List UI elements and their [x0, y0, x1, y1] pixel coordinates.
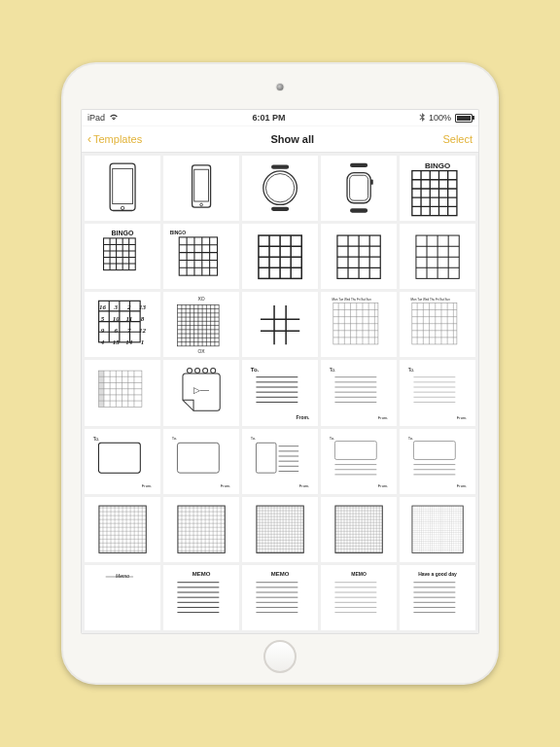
- svg-rect-8: [347, 173, 370, 203]
- svg-rect-30: [256, 443, 276, 473]
- wifi-icon: [109, 113, 119, 123]
- puzzle-cell: 3: [109, 302, 122, 313]
- template-number-puzzle[interactable]: 16321351011896712415141: [85, 292, 160, 357]
- template-card-medium[interactable]: To. From.: [163, 429, 239, 494]
- navigation-bar: ‹ Templates Show all Select: [82, 126, 478, 153]
- svg-point-5: [200, 203, 203, 206]
- template-tictactoe[interactable]: [242, 292, 318, 357]
- to-label-7: To.: [330, 436, 334, 441]
- page-title: Show all: [270, 133, 314, 145]
- puzzle-cell: 11: [122, 313, 136, 325]
- bingo-title-3: BINGO: [170, 230, 186, 235]
- puzzle-cell: 16: [96, 302, 110, 313]
- bingo-title: BINGO: [404, 161, 472, 170]
- svg-point-6: [263, 171, 298, 205]
- svg-rect-13: [179, 237, 217, 275]
- svg-rect-4: [194, 170, 209, 202]
- puzzle-cell: 10: [109, 313, 122, 325]
- puzzle-cell: 6: [109, 325, 122, 337]
- template-graph-paper-1[interactable]: [85, 497, 160, 562]
- to-label-6: To.: [251, 436, 256, 441]
- template-letter-light[interactable]: To. From.: [400, 360, 475, 425]
- home-button[interactable]: [263, 640, 297, 673]
- template-memo-medium[interactable]: MEMO: [242, 565, 318, 630]
- template-card-bold[interactable]: To. From.: [85, 429, 160, 494]
- template-card-lines-2[interactable]: To. From.: [400, 429, 475, 494]
- template-letter-medium[interactable]: To. From.: [321, 360, 397, 425]
- bluetooth-icon: [419, 113, 425, 124]
- template-grid-4x4-thin[interactable]: [400, 224, 475, 289]
- template-apple-watch[interactable]: [321, 156, 397, 221]
- status-device-label: iPad: [88, 113, 105, 123]
- to-label-2: To.: [330, 367, 336, 373]
- to-label: To.: [251, 367, 260, 373]
- to-label-8: To.: [408, 436, 413, 441]
- back-button[interactable]: ‹ Templates: [88, 133, 142, 145]
- puzzle-cell: 2: [122, 302, 136, 313]
- puzzle-cell: 5: [96, 313, 110, 325]
- to-label-5: To.: [172, 436, 177, 441]
- device-camera: [277, 84, 284, 90]
- svg-rect-12: [103, 238, 135, 270]
- memo-title-4: MEMO: [326, 571, 393, 577]
- template-ipad-small[interactable]: [163, 156, 239, 221]
- battery-percent: 100%: [429, 113, 451, 123]
- template-graph-paper-fine[interactable]: [400, 497, 475, 562]
- template-bingo-topleft[interactable]: BINGO: [163, 224, 239, 289]
- svg-rect-28: [98, 443, 140, 473]
- template-memo-bold[interactable]: MEMO: [163, 565, 239, 630]
- memo-title-1: Memo: [89, 573, 157, 579]
- svg-point-25: [203, 368, 208, 373]
- from-label-2: From.: [378, 415, 388, 420]
- template-round-watch[interactable]: [242, 156, 318, 221]
- puzzle-cell: 7: [122, 325, 136, 337]
- from-label-7: From.: [378, 483, 388, 488]
- template-week-planner-3[interactable]: [85, 360, 160, 425]
- template-bingo-large[interactable]: BINGO: [400, 156, 475, 221]
- from-label: From.: [296, 414, 309, 420]
- from-label-8: From.: [457, 483, 467, 488]
- memo-title-3: MEMO: [247, 571, 314, 577]
- svg-rect-29: [177, 443, 219, 473]
- template-bingo-center[interactable]: BINGO: [85, 224, 160, 289]
- memo-title-2: MEMO: [168, 571, 235, 577]
- template-grid-4x4-thick[interactable]: [242, 224, 318, 289]
- puzzle-cell: 8: [136, 313, 150, 325]
- puzzle-cell: 15: [109, 337, 122, 348]
- template-card-lines[interactable]: To. From.: [321, 429, 397, 494]
- svg-point-23: [187, 368, 192, 373]
- template-memo-light[interactable]: MEMO: [321, 565, 397, 630]
- svg-rect-1: [113, 169, 133, 204]
- template-letter-bold[interactable]: To. From.: [242, 360, 318, 425]
- ipad-device-frame: iPad 6:01 PM 100% ‹ Templates Show all S: [61, 62, 499, 685]
- template-graph-paper-2[interactable]: [163, 497, 239, 562]
- svg-point-7: [265, 174, 294, 202]
- svg-rect-31: [334, 441, 376, 459]
- battery-icon: [455, 114, 472, 123]
- select-button[interactable]: Select: [442, 133, 472, 145]
- template-ipad-portrait[interactable]: [85, 156, 160, 221]
- template-graph-paper-4[interactable]: [321, 497, 397, 562]
- template-sticky-note[interactable]: ▷—: [163, 360, 239, 425]
- template-week-planner-1[interactable]: Mon Tue Wed Thu Fri Sat Sun: [321, 292, 397, 357]
- template-grid-4x4-medium[interactable]: [321, 224, 397, 289]
- template-week-planner-2[interactable]: Mon Tue Wed Thu Fri Sat Sun: [400, 292, 475, 357]
- template-memo-script[interactable]: Memo: [85, 565, 160, 630]
- weekday-header-2: Mon Tue Wed Thu Fri Sat Sun: [411, 298, 469, 302]
- status-bar: iPad 6:01 PM 100%: [82, 110, 478, 126]
- from-label-5: From.: [221, 483, 230, 488]
- template-xo-grid[interactable]: XO OX: [163, 292, 239, 357]
- puzzle-cell: 9: [96, 325, 110, 337]
- svg-rect-9: [350, 176, 368, 201]
- template-graph-paper-3[interactable]: [242, 497, 318, 562]
- svg-text:▷—: ▷—: [193, 385, 210, 395]
- svg-point-26: [211, 368, 216, 373]
- puzzle-cell: 14: [122, 337, 136, 348]
- from-label-6: From.: [299, 483, 309, 488]
- from-label-4: From.: [142, 483, 152, 488]
- screen: iPad 6:01 PM 100% ‹ Templates Show all S: [81, 109, 479, 634]
- to-label-3: To.: [408, 367, 415, 373]
- template-good-day[interactable]: Have a good day: [400, 565, 475, 630]
- puzzle-cell: 13: [136, 302, 150, 313]
- template-card-split[interactable]: To. From.: [242, 429, 318, 494]
